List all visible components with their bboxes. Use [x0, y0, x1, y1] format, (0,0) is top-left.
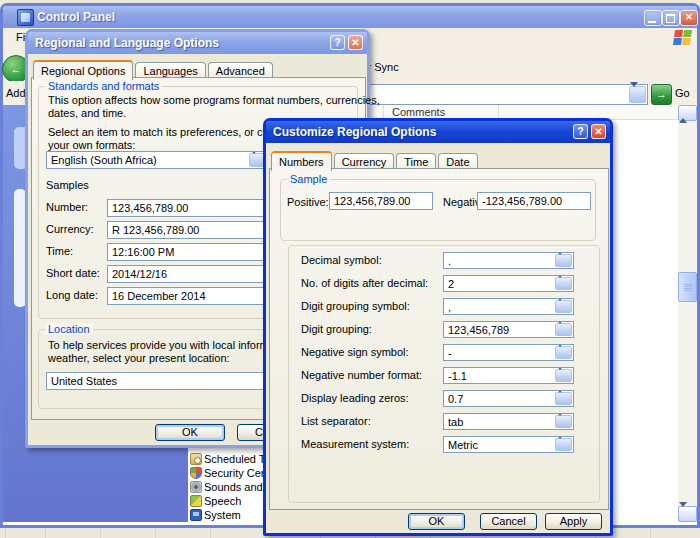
setting-label: Measurement system:: [301, 438, 409, 450]
sample-row-label: Currency:: [46, 223, 94, 235]
display-leading-zeros-select[interactable]: 0.7: [443, 390, 574, 407]
customize-dialog-titlebar[interactable]: Customize Regional Options ? ✕: [266, 121, 610, 143]
control-panel-icon: [17, 9, 34, 26]
go-button[interactable]: →: [651, 84, 672, 105]
dropdown-button[interactable]: [555, 277, 572, 290]
language-select-value: English (South Africa): [51, 154, 157, 166]
regional-tabs: Regional Options Languages Advanced: [33, 59, 273, 79]
select-hint-line2: your own formats:: [48, 139, 135, 151]
list-item-label[interactable]: Speech: [204, 495, 241, 507]
dropdown-button[interactable]: [555, 415, 572, 428]
help-button[interactable]: ?: [330, 35, 345, 50]
negative-number-format-select[interactable]: -1.1: [443, 367, 574, 384]
arrow-down-icon: [679, 502, 687, 523]
location-desc-line2: weather, select your present location:: [48, 352, 230, 364]
samples-label: Samples: [46, 179, 89, 191]
dropdown-button[interactable]: [555, 254, 572, 267]
positive-label: Positive:: [287, 196, 329, 208]
security-center-icon: [190, 467, 202, 479]
ok-button[interactable]: OK: [155, 424, 225, 441]
chevron-down-icon: [556, 298, 564, 315]
sample-row-label: Number:: [46, 201, 88, 213]
comments-column-header[interactable]: Comments: [392, 106, 445, 118]
customize-dialog-title: Customize Regional Options: [273, 125, 436, 139]
setting-label: Digit grouping:: [301, 323, 372, 335]
arrow-up-icon: [679, 102, 687, 123]
dropdown-button[interactable]: [555, 369, 572, 382]
list-item-label[interactable]: System: [204, 509, 241, 521]
scheduled-tasks-icon: [190, 453, 202, 465]
apply-button[interactable]: Apply: [545, 513, 602, 530]
address-dropdown-button[interactable]: [629, 86, 646, 103]
dropdown-button[interactable]: [555, 323, 572, 336]
negative-sample-field[interactable]: -123,456,789.00: [477, 192, 591, 210]
standards-desc-line2: dates, and time.: [48, 107, 126, 119]
tab-regional-options[interactable]: Regional Options: [33, 60, 133, 80]
digit-grouping-select[interactable]: 123,456,789: [443, 321, 574, 338]
location-group-title: Location: [45, 323, 93, 335]
cancel-button[interactable]: Cancel: [480, 513, 537, 530]
window-title: Control Panel: [37, 10, 115, 24]
tab-numbers[interactable]: Numbers: [271, 151, 332, 171]
scroll-up-button[interactable]: [678, 105, 697, 121]
standards-group-title: Standards and formats: [45, 80, 162, 92]
digits-after-decimal-select[interactable]: 2: [443, 275, 574, 292]
sample-group-title: Sample: [287, 173, 330, 185]
measurement-system-select[interactable]: Metric: [443, 436, 574, 453]
close-button[interactable]: ✕: [348, 35, 363, 50]
chevron-down-icon: [556, 390, 564, 407]
maximize-button[interactable]: [662, 10, 680, 26]
control-panel-titlebar[interactable]: Control Panel ✕: [3, 6, 697, 28]
chevron-down-icon: [556, 413, 564, 430]
column-separator: [383, 105, 384, 118]
close-button[interactable]: ✕: [591, 124, 606, 139]
close-button[interactable]: ✕: [680, 10, 698, 26]
chevron-down-icon: [250, 151, 258, 169]
select-value: tab: [448, 416, 463, 428]
positive-sample-field[interactable]: 123,456,789.00: [329, 192, 433, 210]
select-value: -: [448, 347, 452, 359]
digit-grouping-symbol-select[interactable]: ,: [443, 298, 574, 315]
select-value: ,: [448, 301, 451, 313]
setting-label: Decimal symbol:: [301, 254, 382, 266]
customize-tabs: Numbers Currency Time Date: [271, 150, 478, 170]
dropdown-button[interactable]: [555, 392, 572, 405]
select-value: 0.7: [448, 393, 463, 405]
go-label[interactable]: Go: [675, 87, 690, 99]
ok-button[interactable]: OK: [408, 513, 465, 530]
scroll-down-button[interactable]: [678, 506, 697, 522]
scrollbar-thumb[interactable]: [678, 272, 697, 302]
minimize-icon: [648, 21, 656, 23]
column-separator: [498, 105, 499, 118]
dropdown-button[interactable]: [555, 300, 572, 313]
sample-row-label: Long date:: [46, 289, 98, 301]
regional-dialog-titlebar[interactable]: Regional and Language Options ? ✕: [28, 32, 367, 54]
minimize-button[interactable]: [644, 10, 662, 26]
chevron-down-icon: [556, 321, 564, 338]
sounds-audio-icon: [190, 481, 202, 493]
select-value: 2: [448, 278, 454, 290]
chevron-down-icon: [556, 344, 564, 361]
system-icon: [190, 509, 202, 521]
close-icon: ✕: [681, 11, 697, 24]
dropdown-button[interactable]: [555, 346, 572, 359]
select-value: -1.1: [448, 370, 467, 382]
list-separator-select[interactable]: tab: [443, 413, 574, 430]
select-value: 123,456,789: [448, 324, 509, 336]
back-icon: ←: [11, 63, 22, 75]
setting-label: No. of digits after decimal:: [301, 277, 428, 289]
help-button[interactable]: ?: [573, 124, 588, 139]
chevron-down-icon: [556, 367, 564, 384]
language-select[interactable]: English (South Africa): [46, 151, 268, 169]
screen: { "colors": { "active_titlebar": "#1747D…: [0, 0, 700, 538]
negative-sign-select[interactable]: -: [443, 344, 574, 361]
dropdown-button[interactable]: [555, 438, 572, 451]
windows-logo-icon: [673, 30, 692, 45]
vertical-scrollbar[interactable]: [678, 105, 697, 522]
decimal-symbol-select[interactable]: .: [443, 252, 574, 269]
sample-row-label: Time:: [46, 245, 73, 257]
setting-label: Negative number format:: [301, 369, 422, 381]
chevron-down-icon: [556, 436, 564, 453]
setting-label: Display leading zeros:: [301, 392, 409, 404]
select-value: .: [448, 255, 451, 267]
